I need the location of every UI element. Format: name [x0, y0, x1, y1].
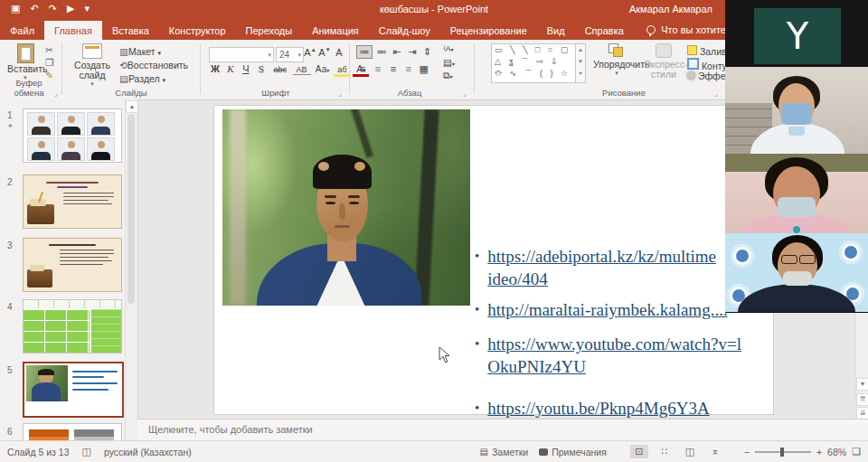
character-spacing-button[interactable]: АВ	[293, 65, 311, 75]
status-right: ▤Заметки Примечания ⊡ ∷ ◫ ⌅ − + 68% ❏	[480, 445, 861, 458]
participant-tile-avatar[interactable]: Y	[725, 0, 868, 68]
spellcheck-icon[interactable]: ◫	[82, 446, 91, 457]
highlight-color-button[interactable]: аб	[334, 65, 350, 77]
quick-styles-button[interactable]: Экспресс- стили	[644, 43, 684, 80]
tab-file[interactable]: Файл	[0, 21, 44, 41]
zoom-in-button[interactable]: +	[816, 447, 822, 457]
hyperlink-1[interactable]: • https://adebiportal.kz/kz/multimeideo/…	[475, 245, 766, 290]
clear-formatting-button[interactable]: А	[333, 47, 345, 58]
drawing-dialog-launcher[interactable]: ⌟	[714, 90, 718, 98]
copy-icon[interactable]: ❐	[45, 57, 53, 70]
hyperlink-2[interactable]: • http://maraltai-raiymbek.kalamg....	[475, 298, 766, 321]
group-label-clipboard: Буфер обмена	[0, 78, 58, 98]
tab-transitions[interactable]: Переходы	[236, 21, 303, 41]
slide-thumbnail-3[interactable]	[23, 238, 122, 292]
scrollbar-thumb[interactable]	[127, 114, 135, 304]
bold-button[interactable]: Ж	[209, 63, 222, 74]
align-center-button[interactable]: ≡	[372, 63, 384, 74]
group-label-font: Шрифт	[231, 88, 321, 98]
tab-insert[interactable]: Вставка	[102, 21, 159, 41]
person4-top	[738, 284, 855, 312]
align-right-button[interactable]: ≡	[387, 63, 400, 74]
scroll-up-button[interactable]: ▲	[126, 100, 138, 113]
participant-tile-3[interactable]	[725, 154, 868, 234]
hyperlink-4[interactable]: • https://youtu.be/Pknp4Mg6Y3A	[475, 397, 766, 420]
shapes-gallery-scroll[interactable]: ▲▼▾	[576, 43, 586, 83]
tab-help[interactable]: Справка	[575, 21, 634, 41]
slide-sorter-view-button[interactable]: ∷	[656, 445, 674, 458]
person3-pendant	[793, 226, 800, 233]
zoom-percentage[interactable]: 68%	[827, 447, 846, 457]
comments-toggle[interactable]: Примечания	[539, 447, 607, 457]
account-name[interactable]: Акмарал Акмарал	[629, 4, 712, 14]
normal-view-button[interactable]: ⊡	[630, 445, 648, 458]
arrange-button[interactable]: Упорядочить ▾	[593, 43, 640, 77]
underline-button[interactable]: Ч	[240, 63, 252, 74]
numbering-button[interactable]: ≕	[375, 46, 388, 58]
slide-thumbnail-6[interactable]	[23, 423, 122, 440]
convert-smartart-button[interactable]: ⧉▾	[443, 70, 470, 82]
next-slide-button[interactable]: ⇊	[856, 407, 868, 420]
italic-button[interactable]: К	[224, 63, 237, 74]
scroll-down-button[interactable]: ▼	[856, 378, 868, 391]
section-button[interactable]: ▤ Раздел ▾	[119, 73, 188, 87]
shrink-font-button[interactable]: А▼	[318, 47, 331, 58]
align-justify-button[interactable]: ≡	[402, 63, 415, 74]
new-slide-button[interactable]: Создать слайд ▾	[69, 43, 116, 88]
tab-home[interactable]: Главная	[44, 21, 102, 41]
mini-links	[72, 371, 118, 391]
align-text-button[interactable]: ▤▾	[443, 57, 470, 70]
tab-design[interactable]: Конструктор	[159, 21, 236, 41]
grow-font-button[interactable]: А▲	[304, 47, 316, 58]
text-direction-button[interactable]: ꜟА▾	[443, 44, 470, 57]
notes-toggle[interactable]: ▤Заметки	[480, 447, 529, 457]
participant-tile-2[interactable]	[725, 67, 868, 155]
tab-review[interactable]: Рецензирование	[440, 21, 537, 41]
slide-thumbnail-2[interactable]	[23, 174, 122, 229]
font-name-combo[interactable]: ▾	[209, 47, 274, 62]
slide-thumbnail-4[interactable]	[23, 299, 122, 354]
notes-placeholder[interactable]: Щелкните, чтобы добавить заметки	[137, 420, 868, 435]
layout-button[interactable]: ▥ Макет ▾	[119, 46, 188, 60]
mini-photo	[26, 365, 68, 401]
paragraph-dialog-launcher[interactable]: ⌟	[463, 90, 467, 98]
tab-slideshow[interactable]: Слайд-шоу	[369, 21, 440, 41]
slide-thumbnail-5-current[interactable]	[23, 362, 124, 418]
participant-tile-4[interactable]	[725, 233, 868, 313]
paste-button[interactable]: Вставить ▾	[7, 43, 43, 81]
fit-to-window-icon[interactable]: ❏	[852, 446, 861, 457]
notes-pane[interactable]: Щелкните, чтобы добавить заметки	[137, 419, 868, 441]
change-case-button[interactable]: Аа▾	[314, 64, 332, 74]
reset-button[interactable]: ⟲ Восстановить	[119, 60, 188, 73]
strikethrough-button[interactable]: abc	[270, 65, 290, 74]
thumbnail-scrollbar[interactable]: ▲	[125, 99, 137, 440]
tab-animations[interactable]: Анимация	[302, 21, 369, 41]
slide-position[interactable]: Слайд 5 из 13	[7, 447, 70, 457]
slideshow-view-button[interactable]: ⌅	[706, 445, 724, 458]
increase-indent-button[interactable]: ⇥	[406, 46, 419, 58]
previous-slide-button[interactable]: ⇈	[856, 393, 868, 406]
slide-canvas[interactable]: • https://adebiportal.kz/kz/multimeideo/…	[214, 106, 773, 414]
bullets-button[interactable]: ≔	[356, 45, 373, 59]
align-left-button[interactable]: ≡	[356, 63, 369, 74]
zoom-slider[interactable]	[755, 451, 811, 453]
language-indicator[interactable]: русский (Казахстан)	[104, 447, 192, 457]
columns-button[interactable]: ▦	[418, 63, 430, 75]
notes-icon: ▤	[480, 447, 488, 457]
line-spacing-button[interactable]: ⇕	[421, 46, 434, 58]
tab-view[interactable]: Вид	[537, 21, 575, 41]
reading-view-button[interactable]: ◫	[681, 445, 699, 458]
slide-photo[interactable]	[222, 109, 470, 306]
cut-icon[interactable]: ✂	[45, 44, 53, 57]
shapes-gallery[interactable]: ▭ ╲ ╲ □ ○ ▢ △ ʓ ⌒ ⇨ ⇩ ◠ ☆ ∿ ⌒ ( ) ☆	[491, 43, 576, 83]
decrease-indent-button[interactable]: ⇤	[391, 46, 403, 58]
hyperlink-3[interactable]: • https://www.youtube.com/watch?v=lOkuPN…	[475, 333, 766, 378]
font-dialog-launcher[interactable]: ⌟	[338, 90, 342, 98]
clipboard-dialog-launcher[interactable]: ⌟	[54, 90, 58, 98]
text-shadow-button[interactable]: S	[255, 63, 268, 74]
zoom-slider-thumb[interactable]	[780, 448, 784, 457]
font-size-combo[interactable]: ▾24	[276, 47, 304, 62]
group-label-drawing: Рисование	[579, 88, 669, 98]
zoom-out-button[interactable]: −	[744, 447, 750, 457]
slide-thumbnail-1[interactable]	[23, 108, 122, 163]
